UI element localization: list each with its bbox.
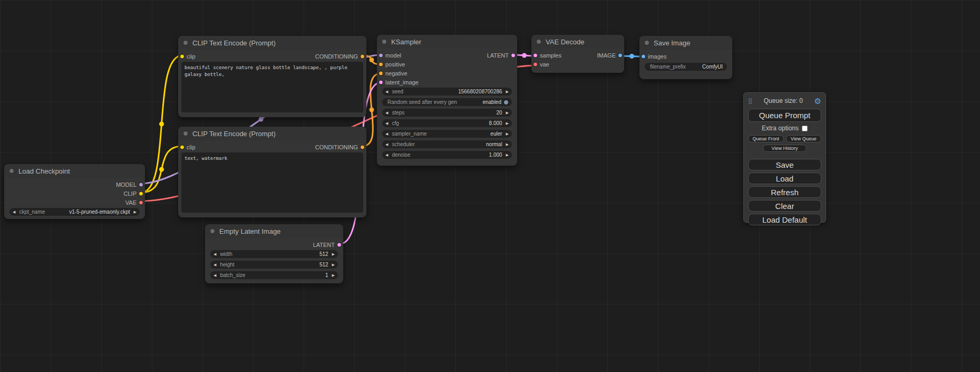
widget-cfg[interactable]: ◀ cfg 8.000 ▶ xyxy=(382,119,512,127)
collapse-dot[interactable] xyxy=(210,228,215,234)
view-queue-button[interactable]: View Queue xyxy=(786,135,822,142)
input-port-model[interactable] xyxy=(379,53,383,58)
input-port-latent-image[interactable] xyxy=(379,80,383,84)
load-default-button[interactable]: Load Default xyxy=(748,214,821,225)
collapse-dot[interactable] xyxy=(644,40,649,45)
decrement-arrow-icon[interactable]: ◀ xyxy=(13,210,15,214)
input-port-clip[interactable] xyxy=(180,145,185,149)
node-clip-text-encode-positive[interactable]: CLIP Text Encode (Prompt) clip CONDITION… xyxy=(178,36,366,117)
increment-arrow-icon[interactable]: ▶ xyxy=(506,121,509,125)
output-port-clip[interactable] xyxy=(139,191,143,196)
extra-options-row: Extra options xyxy=(748,125,821,132)
output-port-latent[interactable] xyxy=(337,242,342,247)
decrement-arrow-icon[interactable]: ◀ xyxy=(385,142,388,146)
node-title: CLIP Text Encode (Prompt) xyxy=(192,39,276,47)
node-graph-canvas[interactable]: { "colors": { "model": "#B39DDB", "clip"… xyxy=(0,0,980,372)
input-port-samples[interactable] xyxy=(533,53,538,58)
node-load-checkpoint[interactable]: Load Checkpoint MODEL CLIP VAE ◀ ckpt_na… xyxy=(4,164,145,219)
widget-denoise[interactable]: ◀ denoise 1.000 ▶ xyxy=(382,151,512,159)
extra-options-checkbox[interactable] xyxy=(802,126,808,131)
node-empty-latent-header[interactable]: Empty Latent Image xyxy=(205,224,343,238)
decrement-arrow-icon[interactable]: ◀ xyxy=(214,263,216,266)
node-vae-decode[interactable]: VAE Decode samples IMAGE vae xyxy=(531,35,624,73)
negative-prompt-textarea[interactable]: text, watermark xyxy=(181,152,363,213)
decrement-arrow-icon[interactable]: ◀ xyxy=(214,252,216,256)
output-port-image[interactable] xyxy=(618,53,623,58)
decrement-arrow-icon[interactable]: ◀ xyxy=(214,273,216,277)
collapse-dot[interactable] xyxy=(183,131,188,136)
widget-scheduler[interactable]: ◀ scheduler normal ▶ xyxy=(382,140,512,148)
widget-seed[interactable]: ◀ seed 156680208700286 ▶ xyxy=(382,88,512,96)
node-clip-positive-header[interactable]: CLIP Text Encode (Prompt) xyxy=(178,36,366,50)
view-history-button[interactable]: View History xyxy=(763,145,807,152)
node-title: Save Image xyxy=(654,39,690,47)
increment-arrow-icon[interactable]: ▶ xyxy=(506,90,509,93)
decrement-arrow-icon[interactable]: ◀ xyxy=(385,121,388,125)
node-vae-decode-header[interactable]: VAE Decode xyxy=(531,35,624,49)
queue-front-button[interactable]: Queue Front xyxy=(748,135,784,142)
refresh-button[interactable]: Refresh xyxy=(748,186,821,198)
collapse-dot[interactable] xyxy=(9,168,14,174)
increment-arrow-icon[interactable]: ▶ xyxy=(506,142,509,146)
save-button[interactable]: Save xyxy=(748,159,821,170)
input-label-negative: negative xyxy=(385,70,407,77)
increment-arrow-icon[interactable]: ▶ xyxy=(332,252,335,256)
input-port-positive[interactable] xyxy=(379,62,383,66)
input-port-vae[interactable] xyxy=(533,62,538,66)
node-load-checkpoint-header[interactable]: Load Checkpoint xyxy=(4,164,145,178)
widget-height[interactable]: ◀ height 512 ▶ xyxy=(210,261,338,269)
widget-value: 156680208700286 xyxy=(458,89,502,94)
decrement-arrow-icon[interactable]: ◀ xyxy=(385,90,388,93)
drag-handle-icon[interactable]: ⣿ xyxy=(748,98,752,104)
clear-button[interactable]: Clear xyxy=(748,200,821,212)
input-port-negative[interactable] xyxy=(379,71,383,75)
node-ksampler[interactable]: KSampler model LATENT positive negative … xyxy=(377,35,517,166)
output-port-model[interactable] xyxy=(139,182,143,187)
decrement-arrow-icon[interactable]: ◀ xyxy=(385,111,388,115)
widget-sampler-name[interactable]: ◀ sampler_name euler ▶ xyxy=(382,130,512,138)
positive-prompt-textarea[interactable]: beautiful scenery nature glass bottle la… xyxy=(181,62,363,112)
slot-row-clip-conditioning: clip CONDITIONING xyxy=(178,142,366,151)
decrement-arrow-icon[interactable]: ◀ xyxy=(385,132,388,136)
node-save-image-header[interactable]: Save Image xyxy=(639,36,732,50)
widget-batch-size[interactable]: ◀ batch_size 1 ▶ xyxy=(210,271,338,279)
widget-steps[interactable]: ◀ steps 20 ▶ xyxy=(382,109,512,117)
node-clip-text-encode-negative[interactable]: CLIP Text Encode (Prompt) clip CONDITION… xyxy=(178,127,366,217)
widget-value: 512 xyxy=(319,251,328,257)
output-port-conditioning[interactable] xyxy=(360,54,365,59)
output-port-vae[interactable] xyxy=(139,200,143,205)
increment-arrow-icon[interactable]: ▶ xyxy=(332,263,335,266)
widget-value: 1.000 xyxy=(489,152,502,158)
queue-prompt-button[interactable]: Queue Prompt xyxy=(748,109,821,122)
decrement-arrow-icon[interactable]: ◀ xyxy=(385,153,388,157)
increment-arrow-icon[interactable]: ▶ xyxy=(332,273,335,277)
output-port-latent[interactable] xyxy=(511,53,516,58)
input-label-clip: clip xyxy=(187,144,196,150)
input-port-clip[interactable] xyxy=(180,54,185,59)
slot-row-latent: LATENT xyxy=(205,240,343,249)
increment-arrow-icon[interactable]: ▶ xyxy=(506,111,509,115)
collapse-dot[interactable] xyxy=(183,40,188,45)
widget-label: sampler_name xyxy=(392,131,426,137)
widget-random-seed-toggle[interactable]: Random seed after every gen enabled xyxy=(382,98,512,106)
toggle-knob[interactable] xyxy=(503,100,509,105)
input-port-images[interactable] xyxy=(641,54,646,59)
node-ksampler-header[interactable]: KSampler xyxy=(377,35,517,49)
increment-arrow-icon[interactable]: ▶ xyxy=(134,210,137,214)
settings-gear-icon[interactable]: ⚙ xyxy=(814,97,821,105)
node-empty-latent-image[interactable]: Empty Latent Image LATENT ◀ width 512 ▶ … xyxy=(205,224,343,283)
output-port-conditioning[interactable] xyxy=(360,145,365,149)
collapse-dot[interactable] xyxy=(382,39,387,44)
widget-width[interactable]: ◀ width 512 ▶ xyxy=(210,250,338,258)
widget-filename-prefix[interactable]: filename_prefix ComfyUI xyxy=(645,63,727,71)
load-button[interactable]: Load xyxy=(748,173,821,184)
widget-value: v1-5-pruned-emaonly.ckpt xyxy=(69,209,130,215)
collapse-dot[interactable] xyxy=(536,39,541,44)
node-save-image[interactable]: Save Image images filename_prefix ComfyU… xyxy=(639,36,732,79)
node-clip-negative-header[interactable]: CLIP Text Encode (Prompt) xyxy=(178,127,366,140)
node-body: images filename_prefix ComfyUI xyxy=(639,50,732,71)
widget-ckpt-name[interactable]: ◀ ckpt_name v1-5-pruned-emaonly.ckpt ▶ xyxy=(9,208,140,216)
increment-arrow-icon[interactable]: ▶ xyxy=(506,153,509,157)
node-body: clip CONDITIONING text, watermark xyxy=(178,140,366,213)
increment-arrow-icon[interactable]: ▶ xyxy=(506,132,509,136)
